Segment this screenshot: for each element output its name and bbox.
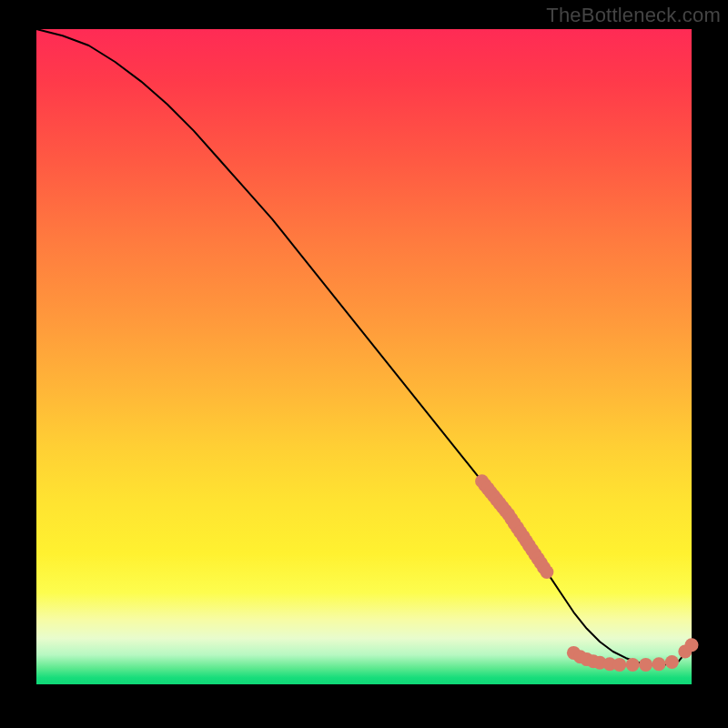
data-point xyxy=(626,658,640,672)
data-point xyxy=(639,658,652,672)
data-point xyxy=(540,565,553,579)
data-point xyxy=(652,657,666,671)
watermark-text: TheBottleneck.com xyxy=(546,4,721,27)
data-point xyxy=(665,655,679,669)
data-point xyxy=(612,658,626,672)
data-point xyxy=(685,638,699,652)
curve-line xyxy=(36,29,692,664)
data-markers xyxy=(475,474,698,672)
chart-svg xyxy=(36,29,692,684)
plot-area xyxy=(36,29,692,684)
chart-frame: TheBottleneck.com xyxy=(0,0,728,728)
